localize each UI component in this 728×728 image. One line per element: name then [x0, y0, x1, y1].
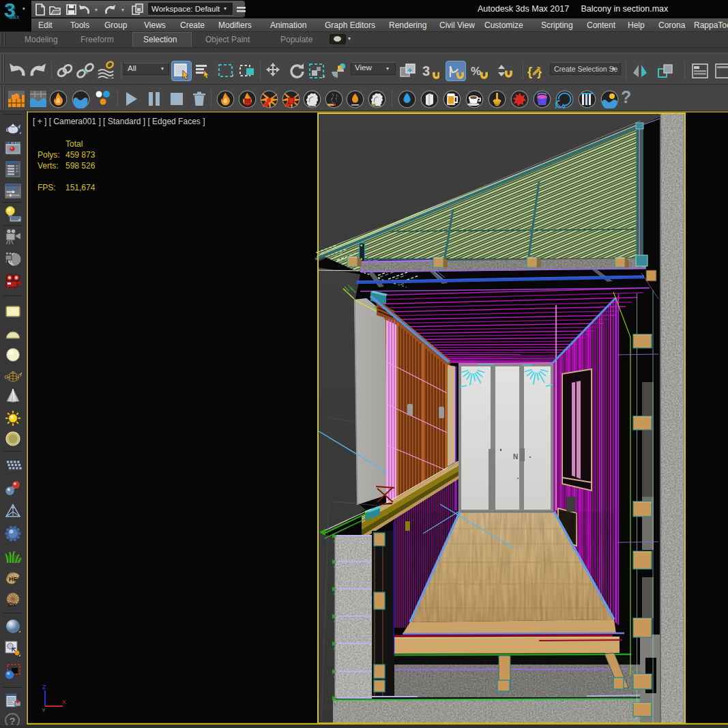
- svg-text:Z: Z: [42, 684, 46, 690]
- svg-text:HF: HF: [9, 576, 17, 583]
- svg-text:3: 3: [422, 63, 430, 78]
- svg-text:%: %: [471, 65, 481, 78]
- svg-text:N: N: [513, 453, 518, 461]
- svg-text:{: {: [527, 65, 532, 78]
- svg-text:Y: Y: [42, 707, 46, 714]
- svg-text:X: X: [62, 699, 66, 705]
- svg-text:Ox: Ox: [8, 601, 16, 608]
